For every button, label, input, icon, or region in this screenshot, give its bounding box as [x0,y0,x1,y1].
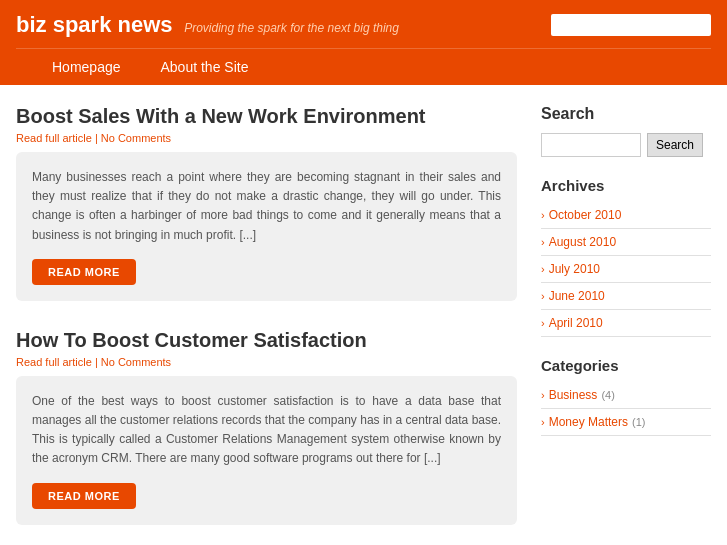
article-2: How To Boost Customer Satisfaction Read … [16,329,517,525]
article-1-body: Many businesses reach a point where they… [16,152,517,301]
article-1-meta: Read full article | No Comments [16,132,517,144]
sidebar-archives-title: Archives [541,177,711,194]
article-2-text: One of the best ways to boost customer s… [32,392,501,469]
sidebar: Search Search Archives › October 2010 › … [541,105,711,545]
main-content: Boost Sales With a New Work Environment … [16,105,517,545]
archive-item-1[interactable]: › August 2010 [541,229,711,256]
site-title: biz spark news [16,12,173,37]
archive-label-0: October 2010 [549,208,622,222]
sidebar-search-section: Search Search [541,105,711,157]
category-label-0: Business [549,388,598,402]
article-2-read-more-button[interactable]: READ MORE [32,483,136,509]
sidebar-search-button[interactable]: Search [647,133,703,157]
site-header: biz spark news Providing the spark for t… [0,0,727,85]
article-1-meta-sep: | [92,132,101,144]
sidebar-search-row: Search [541,133,711,157]
article-2-meta: Read full article | No Comments [16,356,517,368]
article-2-read-link[interactable]: Read full article [16,356,92,368]
header-search-input[interactable] [551,14,711,36]
main-nav: Homepage About the Site [16,48,711,85]
page-layout: Boost Sales With a New Work Environment … [0,85,727,545]
cat-arrow-icon-0: › [541,389,545,401]
arrow-icon-3: › [541,290,545,302]
archive-label-4: April 2010 [549,316,603,330]
site-branding: biz spark news Providing the spark for t… [16,12,399,38]
arrow-icon-0: › [541,209,545,221]
archive-item-0[interactable]: › October 2010 [541,202,711,229]
archive-label-2: July 2010 [549,262,600,276]
nav-item-about[interactable]: About the Site [141,49,269,85]
category-count-1: (1) [632,416,645,428]
category-item-0[interactable]: › Business (4) [541,382,711,409]
sidebar-search-input[interactable] [541,133,641,157]
header-top: biz spark news Providing the spark for t… [16,12,711,48]
article-2-comments-link[interactable]: No Comments [101,356,171,368]
sidebar-categories-section: Categories › Business (4) › Money Matter… [541,357,711,436]
article-2-meta-sep: | [92,356,101,368]
article-1-read-link[interactable]: Read full article [16,132,92,144]
category-label-1: Money Matters [549,415,628,429]
nav-item-homepage[interactable]: Homepage [32,49,141,85]
sidebar-archives-section: Archives › October 2010 › August 2010 › … [541,177,711,337]
site-tagline: Providing the spark for the next big thi… [184,21,399,35]
archive-label-3: June 2010 [549,289,605,303]
article-1-read-more-button[interactable]: READ MORE [32,259,136,285]
article-1: Boost Sales With a New Work Environment … [16,105,517,301]
article-1-comments-link[interactable]: No Comments [101,132,171,144]
arrow-icon-2: › [541,263,545,275]
archive-label-1: August 2010 [549,235,616,249]
cat-arrow-icon-1: › [541,416,545,428]
archive-item-3[interactable]: › June 2010 [541,283,711,310]
sidebar-search-title: Search [541,105,711,123]
sidebar-categories-title: Categories [541,357,711,374]
category-count-0: (4) [601,389,614,401]
article-1-title: Boost Sales With a New Work Environment [16,105,517,128]
category-item-1[interactable]: › Money Matters (1) [541,409,711,436]
article-2-body: One of the best ways to boost customer s… [16,376,517,525]
arrow-icon-1: › [541,236,545,248]
article-2-title: How To Boost Customer Satisfaction [16,329,517,352]
article-1-text: Many businesses reach a point where they… [32,168,501,245]
archive-item-4[interactable]: › April 2010 [541,310,711,337]
arrow-icon-4: › [541,317,545,329]
archive-item-2[interactable]: › July 2010 [541,256,711,283]
